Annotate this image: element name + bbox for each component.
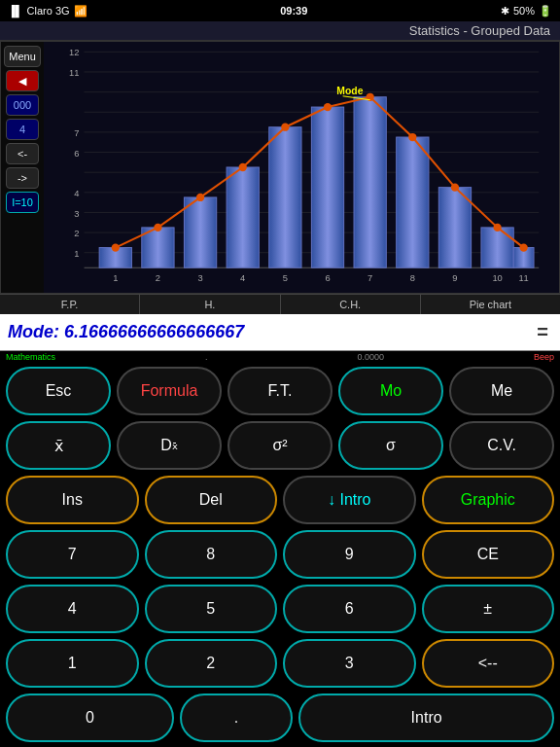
calc-labels: Mathematics . 0.0000 Beep bbox=[0, 351, 560, 363]
ft-button[interactable]: F.T. bbox=[228, 367, 332, 415]
num-label: 0.0000 bbox=[357, 352, 384, 362]
calc-row-2: x̄ Dx̄ σ² σ C.V. bbox=[6, 421, 554, 470]
battery-label: 50% bbox=[513, 5, 535, 17]
svg-text:3: 3 bbox=[74, 209, 79, 219]
svg-text:10: 10 bbox=[492, 273, 502, 283]
result-text: Mode: 6.16666666666666667 bbox=[8, 322, 533, 342]
svg-rect-28 bbox=[397, 137, 429, 267]
calc-row-5: 4 5 6 ± bbox=[6, 585, 554, 633]
svg-point-39 bbox=[408, 133, 416, 141]
dot-label: . bbox=[205, 352, 208, 362]
plusminus-button[interactable]: ± bbox=[422, 585, 555, 633]
dot-button[interactable]: . bbox=[180, 694, 294, 742]
intro-button[interactable]: Intro bbox=[298, 694, 554, 742]
svg-text:4: 4 bbox=[74, 189, 79, 198]
tab-ch[interactable]: C.H. bbox=[281, 295, 421, 314]
seven-button[interactable]: 7 bbox=[6, 530, 139, 579]
zero-button[interactable]: 000 bbox=[6, 94, 39, 116]
svg-point-37 bbox=[324, 103, 332, 111]
graphic-button[interactable]: Graphic bbox=[422, 476, 555, 524]
status-time: 09:39 bbox=[280, 5, 307, 17]
status-bar: ▐▌ Claro 3G 📶 09:39 ✱ 50% 🔋 bbox=[0, 0, 560, 21]
esc-button[interactable]: Esc bbox=[6, 367, 111, 415]
svg-text:7: 7 bbox=[74, 128, 79, 138]
xbar-button[interactable]: x̄ bbox=[6, 421, 111, 470]
status-right: ✱ 50% 🔋 bbox=[501, 5, 552, 18]
svg-point-32 bbox=[112, 243, 120, 251]
svg-rect-25 bbox=[269, 127, 301, 267]
four-button[interactable]: 4 bbox=[6, 119, 39, 140]
svg-point-40 bbox=[451, 184, 459, 192]
one-button[interactable]: 1 bbox=[6, 639, 139, 688]
svg-rect-24 bbox=[227, 167, 259, 267]
bar-chart-svg: 12 11 7 6 4 3 2 1 bbox=[44, 42, 559, 293]
svg-text:6: 6 bbox=[74, 149, 79, 159]
dx-button[interactable]: Dx̄ bbox=[117, 421, 222, 470]
svg-text:8: 8 bbox=[410, 273, 415, 283]
tab-pie[interactable]: Pie chart bbox=[421, 295, 560, 314]
two-button[interactable]: 2 bbox=[145, 639, 278, 688]
svg-text:5: 5 bbox=[283, 273, 288, 283]
calculator-grid: Esc Formula F.T. Mo Me x̄ Dx̄ σ² σ C.V. … bbox=[0, 363, 560, 746]
eight-button[interactable]: 8 bbox=[145, 530, 278, 579]
calc-row-6: 1 2 3 <-- bbox=[6, 639, 554, 688]
app-title: Statistics - Grouped Data bbox=[409, 23, 550, 38]
right-arrow-button[interactable]: -> bbox=[6, 167, 39, 189]
battery-icon: 🔋 bbox=[539, 5, 552, 18]
svg-point-33 bbox=[154, 224, 161, 231]
formula-button[interactable]: Formula bbox=[117, 367, 222, 415]
svg-text:2: 2 bbox=[74, 229, 79, 238]
svg-text:Mode: Mode bbox=[336, 86, 363, 96]
calc-row-7: 0 . Intro bbox=[6, 694, 554, 742]
left-arrow-button[interactable]: <- bbox=[6, 143, 39, 164]
menu-button[interactable]: Menu bbox=[4, 46, 41, 67]
svg-rect-30 bbox=[481, 228, 513, 267]
title-bar: Statistics - Grouped Data bbox=[0, 21, 560, 41]
calc-row-3: Ins Del ↓ Intro Graphic bbox=[6, 476, 554, 524]
svg-point-42 bbox=[519, 243, 527, 251]
ce-button[interactable]: CE bbox=[422, 530, 555, 579]
sigma2-button[interactable]: σ² bbox=[228, 421, 332, 470]
calc-row-4: 7 8 9 CE bbox=[6, 530, 554, 579]
five-button[interactable]: 5 bbox=[145, 585, 278, 633]
svg-text:1: 1 bbox=[113, 273, 118, 283]
back-button[interactable]: ◀ bbox=[6, 70, 39, 91]
tab-h[interactable]: H. bbox=[140, 295, 280, 314]
beep-label: Beep bbox=[534, 352, 554, 362]
svg-point-35 bbox=[239, 163, 247, 171]
svg-text:11: 11 bbox=[518, 273, 528, 283]
ins-button[interactable]: Ins bbox=[6, 476, 139, 524]
chart-area: Menu ◀ 000 4 <- -> I=10 12 11 bbox=[0, 41, 560, 294]
four-button[interactable]: 4 bbox=[6, 585, 139, 633]
sigma-button[interactable]: σ bbox=[338, 421, 443, 470]
svg-rect-27 bbox=[354, 97, 386, 267]
backspace-button[interactable]: <-- bbox=[422, 639, 555, 688]
svg-text:9: 9 bbox=[452, 273, 457, 283]
svg-rect-26 bbox=[311, 107, 343, 267]
me-button[interactable]: Me bbox=[449, 367, 554, 415]
i-button[interactable]: I=10 bbox=[6, 192, 39, 213]
zero-button[interactable]: 0 bbox=[6, 694, 174, 742]
left-panel: Menu ◀ 000 4 <- -> I=10 bbox=[1, 42, 44, 293]
svg-text:3: 3 bbox=[197, 273, 202, 283]
three-button[interactable]: 3 bbox=[283, 639, 416, 688]
svg-point-34 bbox=[196, 194, 204, 201]
intro-arrow-button[interactable]: ↓ Intro bbox=[283, 476, 416, 524]
svg-text:11: 11 bbox=[69, 68, 79, 78]
svg-text:2: 2 bbox=[156, 273, 160, 283]
chart-svg-area: 12 11 7 6 4 3 2 1 bbox=[44, 42, 559, 293]
six-button[interactable]: 6 bbox=[283, 585, 416, 633]
svg-point-36 bbox=[281, 124, 289, 131]
result-display: Mode: 6.16666666666666667 = bbox=[0, 314, 560, 351]
svg-text:12: 12 bbox=[69, 48, 79, 57]
carrier-label: Claro 3G bbox=[27, 5, 70, 17]
equals-button[interactable]: = bbox=[533, 321, 552, 343]
tab-fp[interactable]: F.P. bbox=[0, 295, 140, 314]
bluetooth-icon: ✱ bbox=[501, 5, 509, 18]
del-button[interactable]: Del bbox=[145, 476, 278, 524]
nine-button[interactable]: 9 bbox=[283, 530, 416, 579]
mo-button[interactable]: Mo bbox=[338, 367, 443, 415]
cv-button[interactable]: C.V. bbox=[449, 421, 554, 470]
svg-text:1: 1 bbox=[74, 249, 79, 259]
signal-icon: ▐▌ bbox=[8, 5, 23, 17]
